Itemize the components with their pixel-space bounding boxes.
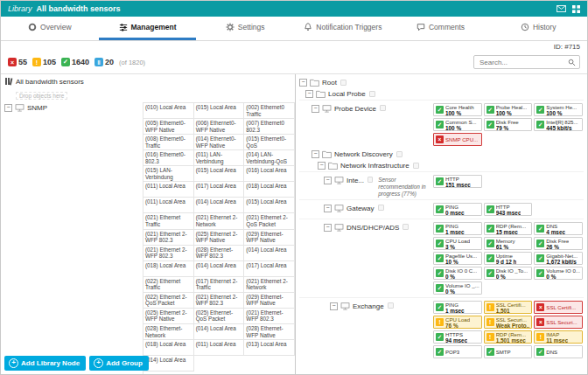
add-library-node-button[interactable]: +Add Library Node	[4, 356, 86, 371]
library-sensor-cell[interactable]: (011) LAN-Verbindung	[194, 150, 245, 166]
library-sensor-cell[interactable]: (028) Ethernet-Network	[144, 324, 194, 340]
sensor-chip[interactable]: ✓PING1 msec	[433, 222, 482, 235]
library-sensor-cell[interactable]: (018) Local Area	[144, 340, 194, 356]
expander-icon[interactable]: −	[305, 90, 313, 98]
sensor-chip[interactable]: !CPU Load76 %	[433, 316, 482, 329]
sensor-count-up[interactable]: ✓1640	[61, 58, 89, 66]
library-sensor-cell[interactable]: (021) Ethernet 2-WFP 802.3	[144, 230, 194, 246]
library-sensor-cell[interactable]: (028) Ethernet-WFP Native	[244, 324, 295, 340]
library-sensor-cell[interactable]: (014) Ethernet0-WFP Native	[194, 135, 245, 150]
library-sensor-cell[interactable]: (015) Local Area	[244, 198, 295, 213]
library-sensor-cell[interactable]: (014) LAN-Verbindung-QoS	[244, 150, 295, 166]
device-label[interactable]: −Probe Device	[299, 102, 432, 113]
tab-history[interactable]: History	[489, 17, 587, 40]
sensor-chip[interactable]: ✓Disk Free79 %	[484, 118, 533, 131]
library-sensor-cell[interactable]: (014) Local Area	[244, 246, 295, 261]
sensor-chip[interactable]: ×SNMP CPU...	[433, 133, 482, 146]
library-sensor-cell[interactable]: (016) Local Area	[244, 166, 295, 182]
tree-node-local-probe[interactable]: −Local Probe	[299, 88, 584, 100]
library-sensor-cell[interactable]: (025) Ethernet 2-WFP Native	[144, 309, 194, 324]
search-input[interactable]	[478, 58, 568, 67]
tree-node-network-discovery[interactable]: −Network Discovery	[299, 149, 584, 160]
device-label[interactable]: −DNS/DHCP/ADS	[299, 221, 432, 232]
library-sensor-cell[interactable]: (021) Ethernet-WFP 802.3	[244, 309, 295, 324]
device-label[interactable]: −Exchange	[299, 300, 432, 310]
sensor-chip[interactable]: ×SSL Securi...	[534, 316, 583, 329]
library-sensor-cell[interactable]: (010) Local Area	[144, 103, 194, 119]
library-sensor-cell[interactable]: (025) Ethernet 2-WFP Native	[194, 230, 245, 246]
sensor-chip[interactable]: ✓DNS	[534, 345, 583, 358]
sensor-chip[interactable]: !RDP (Rem...1,501 msec	[484, 330, 533, 344]
library-sensor-cell[interactable]: (021) Ethernet 2-WFP 802.3	[194, 293, 245, 309]
search-icon[interactable]	[568, 54, 576, 70]
mail-icon[interactable]	[556, 5, 566, 12]
library-sensor-cell[interactable]: (008) Ethernet0-Traffic	[144, 135, 194, 150]
sensor-chip[interactable]: ✓CPU Load3 %	[433, 237, 482, 250]
library-sensor-cell[interactable]: (029) Ethernet-WFP Native	[244, 293, 295, 309]
sensor-count-paused[interactable]: ‖20	[94, 58, 114, 66]
library-sensor-cell[interactable]: (013) Local Area	[244, 340, 295, 356]
sensor-chip[interactable]: ✓Probe Heal...100 %	[484, 103, 533, 116]
sensor-chip[interactable]: ✓System He...100 %	[534, 103, 583, 116]
sensor-chip[interactable]: ✓HTTPS94 msec	[433, 330, 482, 344]
tab-management[interactable]: Management	[99, 17, 197, 40]
sensor-chip[interactable]: ✓Volume IO 0...0 %	[534, 267, 583, 280]
sensor-chip[interactable]: ✓Common S...100 %	[433, 118, 482, 131]
sensor-chip[interactable]: ✓Disk Free26 %	[534, 237, 583, 250]
expander-icon[interactable]: −	[324, 177, 332, 184]
sensor-chip[interactable]: ✓Intel[R] 825...445 kbit/s	[534, 118, 583, 131]
library-sensor-cell[interactable]: (014) Local Area	[194, 324, 245, 340]
sensor-chip[interactable]: ✓Gigabit-Net...1,672 kbit/s	[534, 252, 583, 265]
sensor-chip[interactable]: ✓Disk IO _To...0 %	[484, 267, 533, 280]
library-sensor-cell[interactable]: (016) Ethernet0-802.3	[144, 150, 194, 166]
library-sensor-cell[interactable]: (006) Ethernet0-WFP Native	[194, 119, 245, 135]
sensor-chip[interactable]: ✓Disk IO 0 C...0 %	[433, 267, 482, 280]
library-sensor-cell[interactable]: (021) Ethernet 2-WFP 802.3	[144, 246, 194, 261]
tree-node-network-infrastructure[interactable]: −Network Infrastructure	[299, 160, 584, 171]
sensor-chip[interactable]: ✓Pagefile Us...10 %	[433, 252, 482, 265]
library-sensor-cell[interactable]: (015) Local Area	[194, 103, 245, 119]
library-sensor-cell[interactable]: (015) Ethernet0-QoS	[244, 135, 295, 150]
device-label[interactable]: −Inte...Sensor recommendation in progres…	[299, 174, 432, 198]
expander-icon[interactable]: −	[324, 224, 332, 232]
sensor-chip[interactable]: ✓PING1 msec	[433, 301, 482, 314]
sensor-chip[interactable]: !SSL Securi...Weak Proto...	[484, 316, 533, 329]
expander-icon[interactable]: −	[4, 104, 12, 112]
device-label[interactable]: −Gateway	[299, 202, 432, 212]
library-sensor-cell[interactable]: (011) Local Area	[144, 198, 194, 213]
tab-settings[interactable]: Settings	[196, 17, 294, 40]
library-sensor-cell[interactable]: (002) Ethernet0 Traffic	[244, 103, 295, 119]
tab-notification-triggers[interactable]: Notification Triggers	[294, 17, 392, 40]
sensor-chip[interactable]: ✓POP3	[433, 345, 482, 358]
library-sensor-cell[interactable]: (005) Ethernet0-WFP Native	[144, 119, 194, 135]
sensor-chip[interactable]: ✓Core Health100 %	[433, 103, 482, 116]
library-sensor-cell[interactable]: (018) Local Area	[144, 261, 194, 277]
sensor-chip[interactable]: ✓HTTP943 msec	[484, 203, 533, 216]
library-sensor-cell[interactable]: (028) Ethernet-WFP 802.3	[194, 246, 245, 261]
library-sensor-cell[interactable]: (025) Ethernet-QoS Packet	[194, 309, 245, 324]
library-sensor-cell[interactable]: (015) Local Area	[194, 166, 245, 182]
sensor-chip[interactable]: ✓HTTP151 msec	[433, 175, 482, 188]
library-sensor-cell[interactable]: (011) Local Area	[144, 182, 194, 198]
library-sensor-cell[interactable]: (021) Ethernet 2-QoS Packet	[244, 213, 295, 229]
library-node-snmp[interactable]: − SNMP	[4, 104, 143, 112]
library-sensor-cell[interactable]: (011) Local Area	[194, 340, 245, 356]
library-sensor-cell[interactable]: (029) Ethernet-WFP Native	[244, 230, 295, 246]
add-group-button[interactable]: +Add Group	[89, 356, 149, 371]
library-sensor-cell[interactable]: (007) Ethernet0 802.3	[244, 119, 295, 135]
library-sensor-cell[interactable]: (017) Local Area	[194, 182, 245, 198]
library-sensor-cell[interactable]: (017) Ethernet 2-Traffic	[194, 277, 245, 293]
sensor-count-warning[interactable]: !105	[32, 58, 56, 66]
tree-node-root[interactable]: −Root	[299, 77, 584, 88]
library-root-node[interactable]: All bandwidth sensors	[4, 77, 291, 86]
expander-icon[interactable]: −	[318, 162, 326, 170]
library-sensor-cell[interactable]: (022) Ethernet 2-QoS Packet	[144, 293, 194, 309]
sensor-chip[interactable]: ✓PING0 msec	[433, 203, 482, 216]
sensor-chip[interactable]: ✓SMTP	[484, 345, 533, 358]
library-sensor-cell[interactable]: (022) Ethernet Traffic	[144, 277, 194, 293]
library-sensor-cell[interactable]: (018) Local Area	[244, 182, 295, 198]
tab-overview[interactable]: Overview	[1, 17, 99, 40]
expander-icon[interactable]: −	[330, 302, 338, 310]
sensor-chip[interactable]: !IMAP11 msec	[534, 330, 583, 344]
apps-grid-icon[interactable]	[572, 5, 580, 13]
